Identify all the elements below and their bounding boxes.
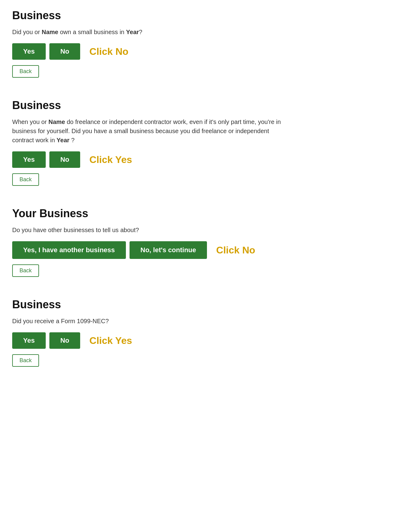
section-3-yes-button[interactable]: Yes, I have another business [12, 241, 126, 259]
section-4-question: Did you receive a Form 1099-NEC? [12, 316, 287, 326]
section-1-no-button[interactable]: No [49, 43, 80, 60]
section-4-button-row: Yes No Click Yes [12, 332, 408, 349]
section-4-no-button[interactable]: No [49, 332, 80, 349]
section-2-q-after: ? [69, 137, 75, 143]
section-2-button-row: Yes No Click Yes [12, 151, 408, 168]
section-1-back-button[interactable]: Back [12, 65, 39, 78]
section-4-yes-button[interactable]: Yes [12, 332, 46, 349]
section-1-q-year: Year [126, 29, 139, 35]
section-3-hint: Click No [216, 245, 255, 256]
section-3-button-row: Yes, I have another business No, let's c… [12, 241, 408, 259]
section-2-q-name: Name [48, 118, 67, 125]
section-1-q-middle: own a small business in [60, 29, 126, 35]
section-1: Business Did you or Name own a small bus… [12, 9, 408, 87]
section-2-q-year: Year [57, 137, 69, 143]
section-2-back-row: Back [12, 173, 408, 186]
section-1-back-row: Back [12, 65, 408, 78]
section-3-back-button[interactable]: Back [12, 264, 39, 277]
section-4-title: Business [12, 298, 408, 311]
section-2-question: When you or Name do freelance or indepen… [12, 117, 287, 145]
section-2-q-before: When you or [12, 118, 48, 125]
section-4: Business Did you receive a Form 1099-NEC… [12, 298, 408, 376]
section-3-no-button[interactable]: No, let's continue [130, 241, 207, 259]
section-1-question: Did you or Name own a small business in … [12, 27, 287, 37]
section-2-title: Business [12, 99, 408, 112]
section-2-hint: Click Yes [89, 154, 132, 165]
section-3-question: Do you have other businesses to tell us … [12, 225, 287, 235]
section-2-yes-button[interactable]: Yes [12, 151, 46, 168]
section-2-no-button[interactable]: No [49, 151, 80, 168]
section-1-hint: Click No [89, 46, 128, 57]
section-3-back-row: Back [12, 264, 408, 277]
section-4-back-row: Back [12, 354, 408, 367]
section-3: Your Business Do you have other business… [12, 207, 408, 286]
section-4-hint: Click Yes [89, 335, 132, 346]
section-4-back-button[interactable]: Back [12, 354, 39, 367]
section-1-q-after: ? [139, 29, 142, 35]
section-1-yes-button[interactable]: Yes [12, 43, 46, 60]
section-1-q-name: Name [42, 29, 60, 35]
section-3-title: Your Business [12, 207, 408, 220]
section-2-back-button[interactable]: Back [12, 173, 39, 186]
section-1-button-row: Yes No Click No [12, 43, 408, 60]
section-1-title: Business [12, 9, 408, 22]
section-1-q-before: Did you or [12, 29, 42, 35]
section-2: Business When you or Name do freelance o… [12, 99, 408, 195]
